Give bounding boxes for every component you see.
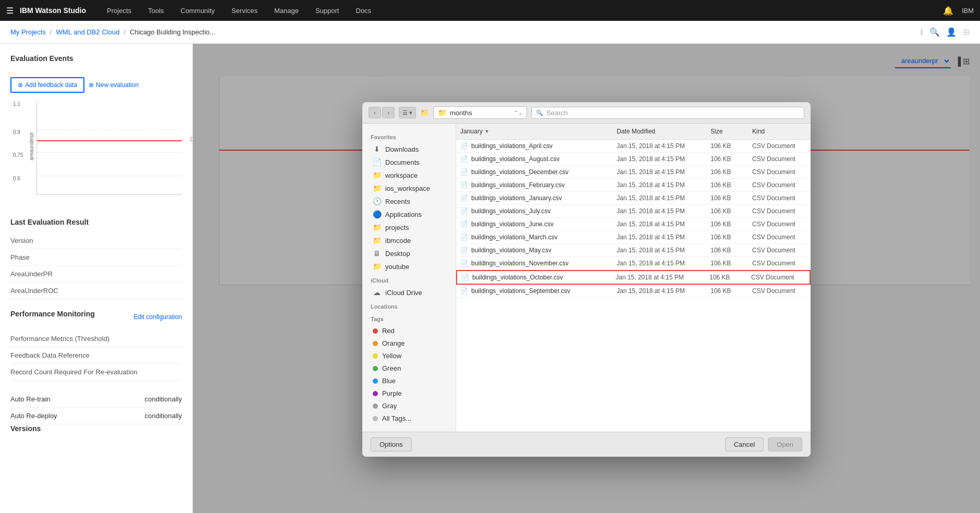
sidebar-item-ibmcode[interactable]: 📁 ibmcode — [364, 234, 454, 247]
sidebar-item-projects[interactable]: 📁 projects — [364, 221, 454, 234]
forward-button[interactable]: › — [382, 107, 395, 118]
current-folder-name: months — [450, 109, 472, 117]
folder-icon: 📁 — [420, 108, 429, 117]
desktop-icon: 🖥 — [373, 249, 381, 258]
auto-retrain-row: Auto Re-train conditionally — [10, 391, 182, 408]
file-row[interactable]: 📄 buildings_violations_January.csv Jan 1… — [456, 192, 811, 205]
path-selector[interactable]: 📁 months ⌃⌄ — [433, 106, 527, 119]
col-header-name[interactable]: January ▼ — [456, 126, 612, 137]
nav-right-icons: 🔔 IBM — [943, 6, 974, 16]
file-size-cell: 106 KB — [706, 193, 748, 203]
user-icon[interactable]: 👤 — [946, 27, 957, 37]
sidebar-tag-yellow[interactable]: Yellow — [364, 350, 454, 362]
nav-docs[interactable]: Docs — [348, 0, 380, 21]
workspace-icon: 📁 — [373, 171, 381, 179]
versions-title: Versions — [10, 424, 41, 433]
nav-services[interactable]: Services — [223, 0, 266, 21]
sidebar-item-downloads[interactable]: ⬇ Downloads — [364, 143, 454, 155]
perf-row-0: Performance Metrics (Threshold) — [10, 331, 182, 347]
file-row[interactable]: 📄 buildings_violations_November.csv Jan … — [456, 257, 811, 270]
file-icon: 📄 — [460, 207, 468, 215]
file-name-cell: 📄 buildings_violations_November.csv — [456, 258, 612, 268]
sidebar-item-youtube[interactable]: 📁 youtube — [364, 260, 454, 273]
search-box[interactable]: 🔍 Search — [531, 107, 804, 119]
user-menu[interactable]: IBM — [962, 7, 974, 15]
file-row[interactable]: 📄 buildings_violations_June.csv Jan 15, … — [456, 218, 811, 231]
back-button[interactable]: ‹ — [369, 107, 381, 118]
new-evaluation-button[interactable]: ⊕ New evaluation — [89, 77, 139, 93]
add-feedback-button[interactable]: ⊕ Add feedback data — [10, 77, 84, 93]
sidebar-tag-blue[interactable]: Blue — [364, 375, 454, 387]
file-name-cell: 📄 buildings_violations_May.csv — [456, 245, 612, 255]
file-row[interactable]: 📄 buildings_violations_May.csv Jan 15, 2… — [456, 244, 811, 257]
nav-support[interactable]: Support — [307, 0, 348, 21]
sidebar-item-recents[interactable]: 🕐 Recents — [364, 195, 454, 207]
sidebar-item-documents[interactable]: 📄 Documents — [364, 156, 454, 168]
sidebar-tag-gray[interactable]: Gray — [364, 400, 454, 412]
ios-workspace-icon: 📁 — [373, 184, 381, 192]
purple-label: Purple — [382, 389, 402, 397]
ios-workspace-label: ios_workspace — [385, 185, 430, 192]
view-list-icon: ☰ — [402, 109, 408, 116]
col-header-kind[interactable]: Kind — [748, 126, 811, 137]
bell-icon[interactable]: 🔔 — [943, 6, 953, 16]
file-name-cell: 📄 buildings_violations_December.csv — [456, 167, 612, 177]
dialog-toolbar: ‹ › ☰ ▾ 📁 📁 months ⌃⌄ — [362, 102, 811, 124]
nav-community[interactable]: Community — [172, 0, 223, 21]
col-header-date[interactable]: Date Modified — [612, 126, 706, 137]
sidebar-tag-purple[interactable]: Purple — [364, 387, 454, 399]
plus-icon: ⊕ — [89, 81, 94, 89]
footer-right: Cancel Open — [725, 437, 802, 451]
sidebar-item-applications[interactable]: 🔵 Applications — [364, 208, 454, 221]
file-date-cell: Jan 15, 2018 at 4:15 PM — [612, 258, 706, 268]
options-button[interactable]: Options — [371, 437, 412, 451]
left-panel: Evaluation Events ⊕ Add feedback data ⊕ … — [0, 44, 193, 513]
sidebar-tag-orange[interactable]: Orange — [364, 337, 454, 349]
breadcrumb-wml[interactable]: WML and DB2 Cloud — [56, 28, 120, 36]
hamburger-icon[interactable]: ☰ — [6, 6, 14, 16]
file-date-cell: Jan 15, 2018 at 4:15 PM — [612, 180, 706, 190]
right-panel: areaunderpr ▐ ⊞ 0.8 ‹ › — [193, 44, 980, 513]
locations-label: Locations — [362, 299, 456, 312]
file-row[interactable]: 📄 buildings_violations_October.csv Jan 1… — [456, 270, 811, 285]
file-kind-cell: CSV Document — [748, 193, 811, 203]
sidebar-tag-all-tags[interactable]: All Tags... — [364, 412, 454, 424]
file-row[interactable]: 📄 buildings_violations_August.csv Jan 15… — [456, 153, 811, 166]
file-size-cell: 106 KB — [706, 286, 748, 296]
search-icon[interactable]: 🔍 — [929, 27, 940, 37]
sidebar-item-icloud-drive[interactable]: ☁ iCloud Drive — [364, 286, 454, 299]
file-name-cell: 📄 buildings_violations_June.csv — [456, 219, 612, 229]
file-row[interactable]: 📄 buildings_violations_April.csv Jan 15,… — [456, 140, 811, 153]
file-name-text: buildings_violations_October.csv — [472, 274, 563, 281]
sidebar-tag-green[interactable]: Green — [364, 362, 454, 374]
edit-config-link[interactable]: Edit configuration — [133, 313, 182, 321]
breadcrumb-my-projects[interactable]: My Projects — [10, 28, 46, 36]
file-icon: 📄 — [460, 260, 468, 267]
nav-tools[interactable]: Tools — [140, 0, 172, 21]
versions-section: Versions — [10, 424, 182, 433]
open-button[interactable]: Open — [768, 437, 802, 451]
file-row[interactable]: 📄 buildings_violations_February.csv Jan … — [456, 179, 811, 192]
file-row[interactable]: 📄 buildings_violations_September.csv Jan… — [456, 285, 811, 298]
new-folder-button[interactable]: 📁 — [420, 108, 429, 117]
yellow-dot — [373, 353, 378, 359]
file-size-cell: 106 KB — [706, 154, 748, 164]
chart-container: areaunderpr 1.1 0.9 0.75 0.6 0.8 — [10, 101, 182, 205]
file-name-text: buildings_violations_November.csv — [471, 260, 569, 267]
version-label: Version — [10, 237, 33, 245]
sidebar-item-ios-workspace[interactable]: 📁 ios_workspace — [364, 182, 454, 194]
col-header-size[interactable]: Size — [706, 126, 748, 137]
info-icon[interactable]: ℹ — [920, 27, 923, 37]
file-row[interactable]: 📄 buildings_violations_March.csv Jan 15,… — [456, 231, 811, 244]
tags-label: Tags — [362, 312, 456, 324]
file-row[interactable]: 📄 buildings_violations_July.csv Jan 15, … — [456, 205, 811, 218]
nav-manage[interactable]: Manage — [266, 0, 307, 21]
grid-icon[interactable]: ⊞ — [963, 27, 970, 37]
sidebar-item-workspace[interactable]: 📁 workspace — [364, 169, 454, 181]
cancel-button[interactable]: Cancel — [725, 437, 764, 451]
view-options-button[interactable]: ☰ ▾ — [399, 107, 416, 118]
file-row[interactable]: 📄 buildings_violations_December.csv Jan … — [456, 166, 811, 179]
sidebar-tag-red[interactable]: Red — [364, 325, 454, 337]
sidebar-item-desktop[interactable]: 🖥 Desktop — [364, 247, 454, 260]
nav-projects[interactable]: Projects — [99, 0, 140, 21]
